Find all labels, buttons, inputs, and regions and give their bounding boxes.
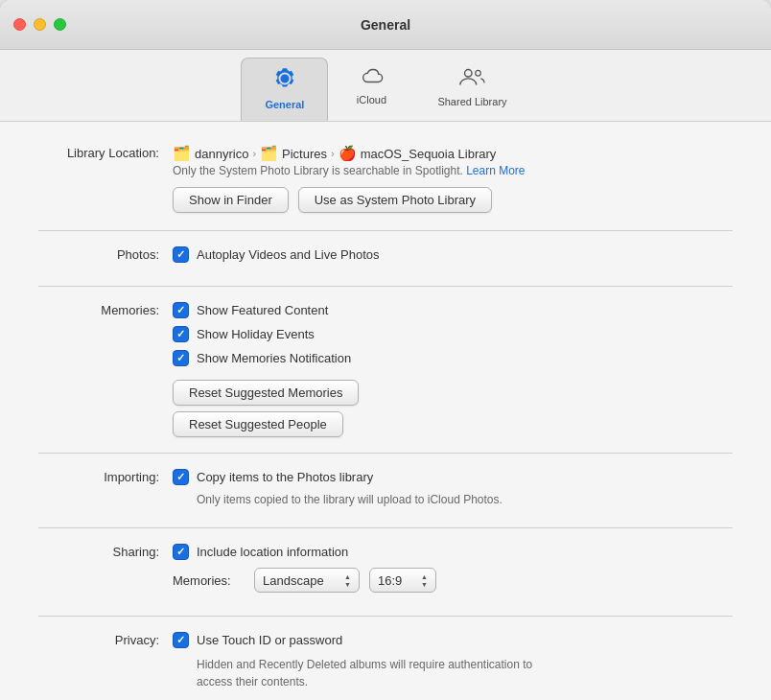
check-icon: ✓ (176, 305, 185, 315)
library-path: 🗂️ dannyrico › 🗂️ Pictures › 🍎 macOS_Seq… (173, 145, 733, 162)
reset-suggested-people-button[interactable]: Reset Suggested People (173, 411, 343, 437)
pictures-icon: 🗂️ (260, 145, 278, 162)
main-window: General General iCloud (0, 0, 771, 700)
memories-format-row: Memories: Landscape ▲ ▼ 16:9 ▲ ▼ (173, 568, 733, 593)
close-button[interactable] (13, 18, 26, 31)
tab-general-label: General (265, 99, 304, 110)
arrow-1: › (252, 148, 256, 159)
include-location-checkbox[interactable]: ✓ (173, 544, 189, 560)
tab-shared-library-label: Shared Library (437, 96, 506, 107)
orientation-arrows: ▲ ▼ (344, 573, 351, 588)
tab-general[interactable]: General (241, 58, 328, 121)
tab-shared-library[interactable]: Shared Library (414, 58, 529, 121)
copy-items-checkbox[interactable]: ✓ (173, 469, 189, 485)
library-buttons: Show in Finder Use as System Photo Libra… (173, 187, 733, 213)
photos-row: Photos: ✓ Autoplay Videos and Live Photo… (38, 246, 733, 270)
holiday-events-checkbox[interactable]: ✓ (173, 326, 189, 342)
svg-point-1 (476, 70, 481, 76)
arrow-up-icon: ▲ (421, 573, 428, 580)
touch-id-checkbox[interactable]: ✓ (173, 632, 189, 648)
featured-content-row: ✓ Show Featured Content (173, 302, 733, 318)
library-location-content: 🗂️ dannyrico › 🗂️ Pictures › 🍎 macOS_Seq… (173, 145, 733, 213)
featured-content-checkbox[interactable]: ✓ (173, 302, 189, 318)
traffic-lights (13, 18, 66, 31)
check-icon: ✓ (176, 547, 185, 557)
ratio-select[interactable]: 16:9 ▲ ▼ (369, 568, 436, 593)
learn-more-link[interactable]: Learn More (466, 164, 525, 177)
photos-label: Photos: (38, 246, 173, 262)
check-icon: ✓ (176, 635, 185, 645)
library-name: macOS_Sequoia Library (361, 147, 497, 161)
importing-label: Importing: (38, 469, 173, 484)
path-note: Only the System Photo Library is searcha… (173, 164, 733, 177)
privacy-content: ✓ Use Touch ID or password Hidden and Re… (173, 632, 733, 690)
featured-content-label: Show Featured Content (197, 303, 328, 317)
importing-content: ✓ Copy items to the Photos library Only … (173, 469, 733, 512)
tab-icloud[interactable]: iCloud (328, 58, 414, 121)
toolbar: General iCloud Shared Library (0, 50, 771, 122)
show-in-finder-button[interactable]: Show in Finder (173, 187, 289, 213)
use-as-system-library-button[interactable]: Use as System Photo Library (298, 187, 492, 213)
arrow-2: › (331, 148, 335, 159)
sharing-row: Sharing: ✓ Include location information … (38, 544, 733, 600)
copy-items-note: Only items copied to the library will up… (197, 493, 733, 506)
touch-id-row: ✓ Use Touch ID or password (173, 632, 733, 648)
library-location-row: Library Location: 🗂️ dannyrico › 🗂️ Pict… (38, 145, 733, 213)
memories-inline-label: Memories: (173, 573, 245, 588)
arrow-down-icon: ▼ (421, 581, 428, 588)
memories-notification-label: Show Memories Notification (197, 351, 351, 365)
copy-items-row: ✓ Copy items to the Photos library (173, 469, 733, 485)
check-icon: ✓ (176, 329, 185, 339)
memories-row: Memories: ✓ Show Featured Content ✓ Show… (38, 302, 733, 437)
library-location-label: Library Location: (38, 145, 173, 160)
window-title: General (361, 17, 410, 33)
memories-notification-row: ✓ Show Memories Notification (173, 350, 733, 366)
separator-2 (38, 286, 733, 287)
content-area: Library Location: 🗂️ dannyrico › 🗂️ Pict… (0, 122, 771, 700)
autoplay-label: Autoplay Videos and Live Photos (197, 247, 380, 262)
shared-library-icon (458, 65, 485, 92)
gear-icon (272, 66, 297, 95)
orientation-value: Landscape (263, 573, 324, 588)
check-icon: ✓ (176, 353, 185, 363)
privacy-row: Privacy: ✓ Use Touch ID or password Hidd… (38, 632, 733, 690)
separator-3 (38, 453, 733, 454)
titlebar: General (0, 0, 771, 50)
ratio-value: 16:9 (378, 573, 402, 588)
memories-label: Memories: (38, 302, 173, 317)
photos-content: ✓ Autoplay Videos and Live Photos (173, 246, 733, 270)
arrow-up-icon: ▲ (344, 573, 351, 580)
include-location-label: Include location information (197, 545, 348, 559)
separator-4 (38, 527, 733, 528)
library-icon: 🍎 (339, 145, 357, 162)
check-icon: ✓ (176, 249, 185, 260)
autoplay-checkbox[interactable]: ✓ (173, 246, 189, 263)
separator-5 (38, 616, 733, 617)
separator-1 (38, 230, 733, 231)
check-icon: ✓ (176, 472, 185, 482)
orientation-select[interactable]: Landscape ▲ ▼ (254, 568, 360, 593)
user-folder-icon: 🗂️ (173, 145, 191, 162)
memories-notification-checkbox[interactable]: ✓ (173, 350, 189, 366)
privacy-note: Hidden and Recently Deleted albums will … (197, 656, 657, 690)
privacy-label: Privacy: (38, 632, 173, 647)
touch-id-label: Use Touch ID or password (197, 633, 342, 647)
maximize-button[interactable] (54, 18, 66, 31)
sharing-label: Sharing: (38, 544, 173, 559)
importing-row: Importing: ✓ Copy items to the Photos li… (38, 469, 733, 512)
arrow-down-icon: ▼ (344, 581, 351, 588)
holiday-events-row: ✓ Show Holiday Events (173, 326, 733, 342)
minimize-button[interactable] (34, 18, 46, 31)
autoplay-row: ✓ Autoplay Videos and Live Photos (173, 246, 733, 263)
tab-icloud-label: iCloud (357, 94, 386, 105)
memories-content: ✓ Show Featured Content ✓ Show Holiday E… (173, 302, 733, 437)
ratio-arrows: ▲ ▼ (421, 573, 428, 588)
svg-point-0 (465, 70, 472, 77)
copy-items-label: Copy items to the Photos library (197, 470, 373, 484)
user-name: dannyrico (195, 147, 248, 161)
pictures-folder: Pictures (282, 147, 327, 161)
icloud-icon (359, 65, 384, 90)
sharing-content: ✓ Include location information Memories:… (173, 544, 733, 600)
holiday-events-label: Show Holiday Events (197, 327, 315, 341)
reset-suggested-memories-button[interactable]: Reset Suggested Memories (173, 380, 359, 406)
